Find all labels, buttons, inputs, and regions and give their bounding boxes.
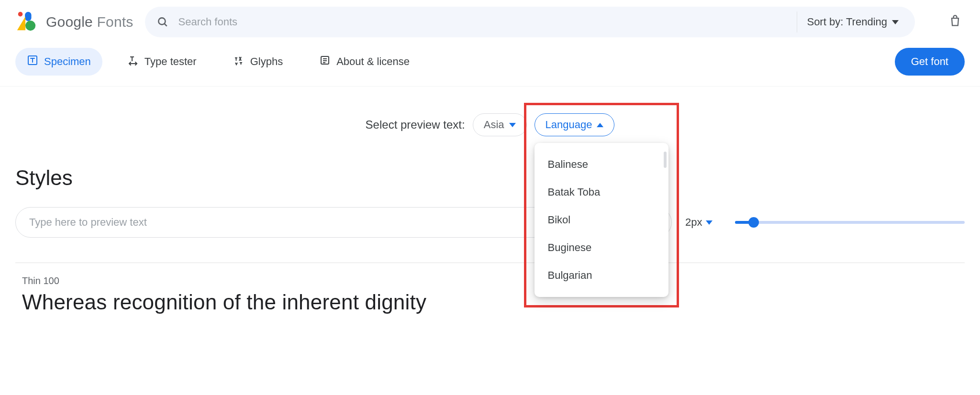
svg-point-4 xyxy=(158,18,165,24)
divider xyxy=(15,263,965,263)
region-chip-label: Asia xyxy=(484,119,504,131)
top-bar: Google Fonts Sort by: Trending xyxy=(0,0,980,42)
sort-dropdown[interactable]: Sort by: Trending xyxy=(807,16,903,28)
region-chip[interactable]: Asia xyxy=(473,113,527,136)
tab-label: Type tester xyxy=(145,55,197,68)
chevron-up-icon xyxy=(597,123,603,127)
chevron-down-icon xyxy=(892,20,899,24)
sub-bar: Specimen Type tester Glyphs xyxy=(0,42,980,87)
preview-controls: 2px xyxy=(15,207,965,238)
styles-heading: Styles xyxy=(15,166,965,190)
main: Select preview text: Asia Language Style… xyxy=(0,113,980,314)
tabs: Specimen Type tester Glyphs xyxy=(15,48,421,76)
type-tester-icon xyxy=(127,55,139,69)
size-value: 2px xyxy=(685,216,702,229)
about-license-icon xyxy=(319,55,331,69)
size-select[interactable]: 2px xyxy=(685,216,722,229)
svg-point-3 xyxy=(25,21,35,31)
specimen-text: Whereas recognition of the inherent dign… xyxy=(22,290,965,314)
tab-label: Specimen xyxy=(44,55,91,68)
tab-label: About & license xyxy=(336,55,410,68)
tab-about-license[interactable]: About & license xyxy=(308,48,421,76)
language-option[interactable]: Buginese xyxy=(535,234,668,262)
language-option[interactable]: Balinese xyxy=(535,151,668,178)
preview-text-row: Select preview text: Asia Language xyxy=(15,113,965,136)
svg-marker-2 xyxy=(17,16,25,30)
language-chip[interactable]: Language xyxy=(535,113,615,136)
divider xyxy=(797,11,797,33)
brand-name: Google Fonts xyxy=(46,14,134,30)
search-input[interactable] xyxy=(178,15,788,29)
svg-line-5 xyxy=(164,23,167,26)
style-weight-label: Thin 100 xyxy=(22,275,965,286)
svg-point-0 xyxy=(18,12,23,17)
tab-type-tester[interactable]: Type tester xyxy=(116,48,208,76)
tab-specimen[interactable]: Specimen xyxy=(15,48,102,76)
sort-label: Sort by: Trending xyxy=(807,16,887,28)
search-icon xyxy=(156,16,169,28)
language-option[interactable]: Bulgarian xyxy=(535,262,668,289)
select-preview-label: Select preview text: xyxy=(366,118,465,132)
size-slider[interactable] xyxy=(735,217,965,228)
glyphs-icon xyxy=(233,55,245,69)
specimen-icon xyxy=(27,55,38,69)
language-option[interactable]: Batak Toba xyxy=(535,178,668,206)
language-dropdown[interactable]: Balinese Batak Toba Bikol Buginese Bulga… xyxy=(535,143,668,297)
get-font-button[interactable]: Get font xyxy=(895,48,965,76)
brand[interactable]: Google Fonts xyxy=(15,10,134,34)
slider-thumb[interactable] xyxy=(748,217,759,228)
language-option[interactable]: Bikol xyxy=(535,206,668,234)
chevron-down-icon xyxy=(706,220,713,225)
language-chip-label: Language xyxy=(546,119,592,131)
google-fonts-logo-icon xyxy=(15,10,37,34)
tab-glyphs[interactable]: Glyphs xyxy=(222,48,294,76)
shopping-bag-button[interactable] xyxy=(946,12,965,32)
shopping-bag-icon xyxy=(948,14,962,30)
svg-rect-1 xyxy=(25,12,31,21)
chevron-down-icon xyxy=(509,123,516,127)
scrollbar[interactable] xyxy=(664,152,667,168)
slider-track xyxy=(735,221,965,224)
tab-label: Glyphs xyxy=(250,55,283,68)
search-field[interactable]: Sort by: Trending xyxy=(145,7,915,37)
